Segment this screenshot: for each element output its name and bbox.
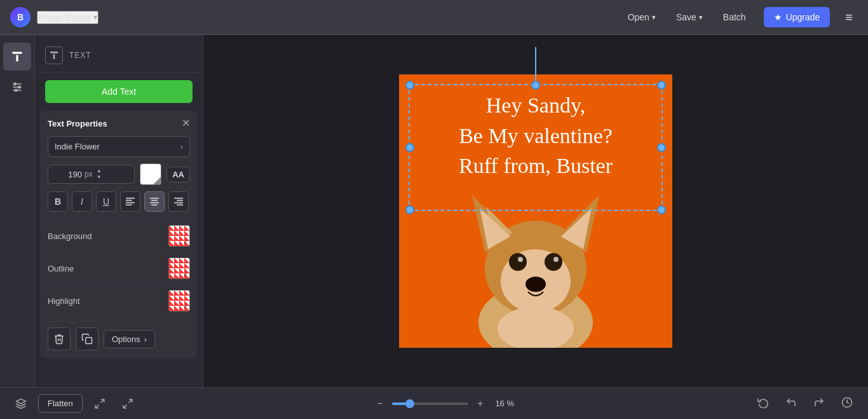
outline-label: Outline [48,264,74,273]
canvas-area[interactable]: Hey Sandy, Be My valentine? Ruff from, B… [203,35,868,387]
text-props-header: Text Properties ✕ [48,118,190,128]
format-row: B I U [48,191,190,212]
zoom-out-button[interactable]: − [374,397,387,411]
expand-button[interactable] [117,395,139,412]
header-nav: Open ▾ Save ▾ Batch ★ Upgrade ≡ [620,7,858,27]
batch-button[interactable]: Batch [715,8,754,26]
svg-rect-1 [16,55,18,62]
save-label: Save [676,12,696,22]
svg-point-34 [553,257,559,262]
underline-button[interactable]: U [96,191,116,212]
layers-button[interactable] [10,395,32,412]
app-title-button[interactable]: Photo Editor ▾ [37,11,98,24]
upgrade-button[interactable]: ★ Upgrade [764,7,831,27]
add-text-button[interactable]: Add Text [45,80,193,103]
background-prop-row: Background [48,219,190,252]
svg-point-6 [18,86,20,88]
bold-button[interactable]: B [48,191,68,212]
zoom-slider-thumb [405,399,414,408]
font-size-spinners: ▲ ▼ [95,168,103,180]
highlight-label: Highlight [48,296,80,306]
svg-rect-21 [177,204,183,205]
text-section-label: TEXT [69,51,92,60]
save-button[interactable]: Save ▾ [668,8,710,26]
text-line3: Ruff from, Buster [459,154,613,177]
svg-rect-22 [86,338,92,344]
highlight-prop-row: Highlight [48,284,190,317]
save-chevron-icon: ▾ [699,13,703,22]
align-left-button[interactable] [120,191,140,212]
font-size-input-group: px ▲ ▼ [48,165,135,183]
delete-button[interactable] [48,327,71,350]
open-label: Open [628,12,649,22]
options-button[interactable]: Options › [104,330,155,348]
font-size-down-button[interactable]: ▼ [95,174,103,181]
font-chevron-icon: › [180,142,183,151]
font-size-input[interactable] [53,170,82,179]
svg-rect-9 [53,54,55,59]
zoom-in-button[interactable]: + [473,397,487,411]
text-properties-panel: Text Properties ✕ Indie Flower › px ▲ ▼ [40,111,198,358]
bottom-toolbar: Flatten − + 16 % [0,387,868,419]
text-overlay: Hey Sandy, Be My valentine? Ruff from, B… [412,90,660,181]
highlight-swatch[interactable] [168,290,190,312]
upgrade-star-icon: ★ [774,12,782,22]
refresh-button[interactable] [752,394,774,413]
svg-rect-11 [126,200,132,201]
close-text-props-button[interactable]: ✕ [182,118,190,128]
image-canvas: Hey Sandy, Be My valentine? Ruff from, B… [399,74,672,348]
text-section-icon [45,46,63,64]
svg-point-31 [509,253,527,271]
options-chevron-icon: › [144,334,147,344]
text-line2: Be My valentine? [459,124,613,148]
svg-point-32 [545,253,562,271]
zoom-slider[interactable] [392,402,468,405]
svg-rect-15 [151,200,158,201]
svg-rect-16 [150,202,159,203]
sidebar-item-text[interactable] [3,43,31,71]
outline-swatch[interactable] [168,258,190,279]
font-name-label: Indie Flower [55,142,100,151]
history-button[interactable] [836,394,858,413]
font-size-unit: px [85,170,93,179]
undo-button[interactable] [780,394,802,413]
batch-label: Batch [723,12,746,22]
italic-button[interactable]: I [72,191,92,212]
svg-line-40 [128,399,132,402]
align-right-button[interactable] [168,191,189,212]
bottom-actions: Options › [48,322,190,350]
duplicate-button[interactable] [76,327,98,350]
antialiasing-button[interactable]: AA [166,167,190,182]
flatten-button[interactable]: Flatten [38,394,83,413]
background-swatch[interactable] [168,225,190,247]
font-size-up-button[interactable]: ▲ [95,168,103,174]
svg-rect-14 [150,198,159,199]
open-chevron-icon: ▾ [652,13,656,22]
svg-rect-8 [50,52,58,53]
svg-rect-20 [174,202,183,203]
svg-line-38 [100,399,104,402]
sidebar-icons [0,35,35,387]
svg-rect-0 [13,52,22,54]
fit-screen-button[interactable] [89,395,111,412]
align-center-button[interactable] [144,191,165,212]
svg-rect-12 [126,202,135,203]
text-props-title: Text Properties [48,119,107,128]
svg-rect-18 [174,198,183,199]
aa-label: AA [172,170,184,179]
sidebar-item-adjustments[interactable] [3,73,31,101]
svg-point-7 [15,89,17,91]
zoom-slider-group: − + 16 % [374,397,518,411]
open-button[interactable]: Open ▾ [620,8,663,26]
left-panel: TEXT Add Text Text Properties ✕ Indie Fl… [35,35,203,387]
font-selector[interactable]: Indie Flower › [48,136,190,157]
title-chevron-icon: ▾ [93,13,97,22]
redo-button[interactable] [808,394,830,413]
hamburger-button[interactable]: ≡ [840,8,858,27]
svg-point-5 [14,83,16,85]
text-line1: Hey Sandy, [486,93,585,117]
svg-rect-19 [177,200,183,201]
flatten-label: Flatten [48,399,73,408]
svg-rect-13 [126,204,132,205]
font-color-swatch[interactable] [140,163,161,185]
